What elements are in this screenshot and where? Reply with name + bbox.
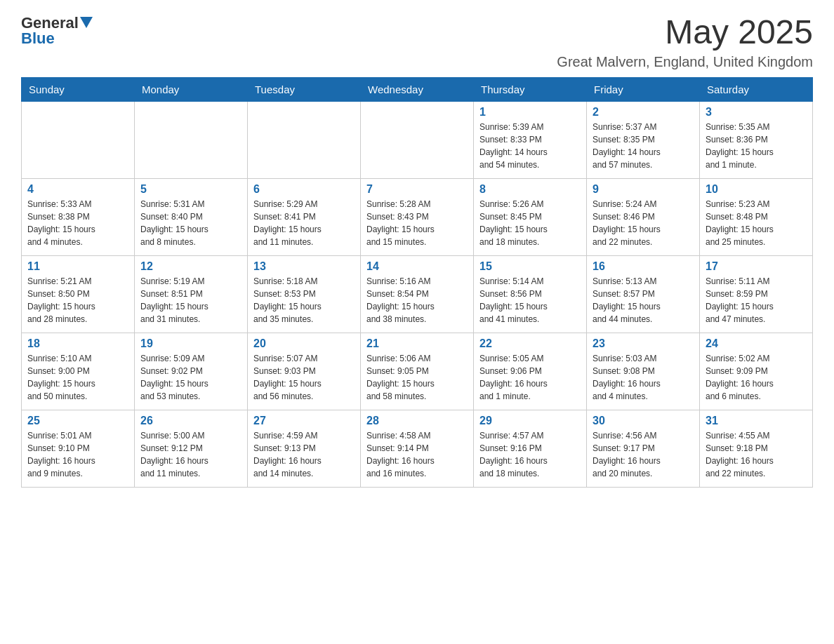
table-row: 11Sunrise: 5:21 AM Sunset: 8:50 PM Dayli…: [22, 255, 135, 333]
logo: General Blue: [21, 14, 93, 48]
header-saturday: Saturday: [700, 77, 813, 101]
day-number: 13: [253, 260, 355, 273]
table-row: 22Sunrise: 5:05 AM Sunset: 9:06 PM Dayli…: [474, 333, 587, 410]
table-row: 3Sunrise: 5:35 AM Sunset: 8:36 PM Daylig…: [700, 101, 813, 178]
day-info: Sunrise: 5:16 AM Sunset: 8:54 PM Dayligh…: [366, 275, 468, 326]
day-number: 14: [366, 260, 468, 273]
day-number: 29: [479, 415, 581, 427]
day-info: Sunrise: 5:23 AM Sunset: 8:48 PM Dayligh…: [706, 198, 807, 248]
table-row: 1Sunrise: 5:39 AM Sunset: 8:33 PM Daylig…: [474, 101, 587, 178]
day-number: 9: [593, 183, 694, 196]
day-number: 11: [27, 260, 128, 273]
table-row: 16Sunrise: 5:13 AM Sunset: 8:57 PM Dayli…: [587, 255, 700, 333]
header-tuesday: Tuesday: [248, 77, 361, 101]
day-info: Sunrise: 5:29 AM Sunset: 8:41 PM Dayligh…: [253, 198, 355, 248]
svg-marker-0: [80, 17, 93, 28]
day-number: 24: [706, 337, 807, 350]
day-info: Sunrise: 5:37 AM Sunset: 8:35 PM Dayligh…: [593, 121, 694, 171]
day-number: 2: [593, 106, 694, 119]
table-row: 10Sunrise: 5:23 AM Sunset: 8:48 PM Dayli…: [700, 178, 813, 255]
calendar-row: 25Sunrise: 5:01 AM Sunset: 9:10 PM Dayli…: [22, 410, 813, 487]
calendar-header-row: Sunday Monday Tuesday Wednesday Thursday…: [22, 77, 813, 101]
header-monday: Monday: [135, 77, 248, 101]
table-row: 21Sunrise: 5:06 AM Sunset: 9:05 PM Dayli…: [361, 333, 474, 410]
day-info: Sunrise: 5:01 AM Sunset: 9:10 PM Dayligh…: [27, 429, 128, 480]
day-info: Sunrise: 5:24 AM Sunset: 8:46 PM Dayligh…: [593, 198, 694, 248]
day-info: Sunrise: 4:58 AM Sunset: 9:14 PM Dayligh…: [366, 429, 468, 480]
day-info: Sunrise: 5:14 AM Sunset: 8:56 PM Dayligh…: [479, 275, 581, 326]
title-section: May 2025 Great Malvern, England, United …: [557, 14, 813, 70]
table-row: 8Sunrise: 5:26 AM Sunset: 8:45 PM Daylig…: [474, 178, 587, 255]
table-row: [248, 101, 361, 178]
day-info: Sunrise: 5:31 AM Sunset: 8:40 PM Dayligh…: [140, 198, 241, 248]
table-row: 30Sunrise: 4:56 AM Sunset: 9:17 PM Dayli…: [587, 410, 700, 487]
header-wednesday: Wednesday: [361, 77, 474, 101]
calendar-row: 1Sunrise: 5:39 AM Sunset: 8:33 PM Daylig…: [22, 101, 813, 178]
location-title: Great Malvern, England, United Kingdom: [557, 54, 813, 70]
table-row: 25Sunrise: 5:01 AM Sunset: 9:10 PM Dayli…: [22, 410, 135, 487]
day-info: Sunrise: 5:35 AM Sunset: 8:36 PM Dayligh…: [706, 121, 807, 171]
day-number: 8: [479, 183, 581, 196]
day-info: Sunrise: 5:09 AM Sunset: 9:02 PM Dayligh…: [140, 352, 241, 403]
day-number: 23: [593, 337, 694, 350]
day-number: 19: [140, 337, 241, 350]
table-row: 19Sunrise: 5:09 AM Sunset: 9:02 PM Dayli…: [135, 333, 248, 410]
table-row: 12Sunrise: 5:19 AM Sunset: 8:51 PM Dayli…: [135, 255, 248, 333]
day-info: Sunrise: 5:05 AM Sunset: 9:06 PM Dayligh…: [479, 352, 581, 403]
table-row: 5Sunrise: 5:31 AM Sunset: 8:40 PM Daylig…: [135, 178, 248, 255]
day-number: 21: [366, 337, 468, 350]
table-row: 23Sunrise: 5:03 AM Sunset: 9:08 PM Dayli…: [587, 333, 700, 410]
day-info: Sunrise: 4:57 AM Sunset: 9:16 PM Dayligh…: [479, 429, 581, 480]
table-row: 29Sunrise: 4:57 AM Sunset: 9:16 PM Dayli…: [474, 410, 587, 487]
day-number: 31: [706, 415, 807, 427]
logo-text-blue: Blue: [21, 29, 55, 48]
table-row: 15Sunrise: 5:14 AM Sunset: 8:56 PM Dayli…: [474, 255, 587, 333]
table-row: 14Sunrise: 5:16 AM Sunset: 8:54 PM Dayli…: [361, 255, 474, 333]
header-sunday: Sunday: [22, 77, 135, 101]
day-info: Sunrise: 4:59 AM Sunset: 9:13 PM Dayligh…: [253, 429, 355, 480]
table-row: 28Sunrise: 4:58 AM Sunset: 9:14 PM Dayli…: [361, 410, 474, 487]
day-info: Sunrise: 5:13 AM Sunset: 8:57 PM Dayligh…: [593, 275, 694, 326]
day-info: Sunrise: 5:02 AM Sunset: 9:09 PM Dayligh…: [706, 352, 807, 403]
day-info: Sunrise: 5:00 AM Sunset: 9:12 PM Dayligh…: [140, 429, 241, 480]
table-row: 4Sunrise: 5:33 AM Sunset: 8:38 PM Daylig…: [22, 178, 135, 255]
day-info: Sunrise: 5:03 AM Sunset: 9:08 PM Dayligh…: [593, 352, 694, 403]
table-row: [135, 101, 248, 178]
day-number: 25: [27, 415, 128, 427]
day-number: 12: [140, 260, 241, 273]
day-info: Sunrise: 5:07 AM Sunset: 9:03 PM Dayligh…: [253, 352, 355, 403]
day-info: Sunrise: 5:18 AM Sunset: 8:53 PM Dayligh…: [253, 275, 355, 326]
day-number: 1: [479, 106, 581, 119]
day-info: Sunrise: 5:39 AM Sunset: 8:33 PM Dayligh…: [479, 121, 581, 171]
day-number: 26: [140, 415, 241, 427]
calendar-row: 11Sunrise: 5:21 AM Sunset: 8:50 PM Dayli…: [22, 255, 813, 333]
table-row: 31Sunrise: 4:55 AM Sunset: 9:18 PM Dayli…: [700, 410, 813, 487]
table-row: [361, 101, 474, 178]
table-row: 26Sunrise: 5:00 AM Sunset: 9:12 PM Dayli…: [135, 410, 248, 487]
table-row: 20Sunrise: 5:07 AM Sunset: 9:03 PM Dayli…: [248, 333, 361, 410]
day-number: 27: [253, 415, 355, 427]
table-row: 13Sunrise: 5:18 AM Sunset: 8:53 PM Dayli…: [248, 255, 361, 333]
page-header: General Blue May 2025 Great Malvern, Eng…: [21, 14, 813, 70]
day-number: 28: [366, 415, 468, 427]
table-row: 2Sunrise: 5:37 AM Sunset: 8:35 PM Daylig…: [587, 101, 700, 178]
day-info: Sunrise: 5:06 AM Sunset: 9:05 PM Dayligh…: [366, 352, 468, 403]
day-info: Sunrise: 5:21 AM Sunset: 8:50 PM Dayligh…: [27, 275, 128, 326]
day-number: 17: [706, 260, 807, 273]
day-number: 16: [593, 260, 694, 273]
day-info: Sunrise: 5:26 AM Sunset: 8:45 PM Dayligh…: [479, 198, 581, 248]
header-thursday: Thursday: [474, 77, 587, 101]
day-number: 20: [253, 337, 355, 350]
day-number: 22: [479, 337, 581, 350]
day-info: Sunrise: 5:33 AM Sunset: 8:38 PM Dayligh…: [27, 198, 128, 248]
table-row: 24Sunrise: 5:02 AM Sunset: 9:09 PM Dayli…: [700, 333, 813, 410]
day-info: Sunrise: 4:55 AM Sunset: 9:18 PM Dayligh…: [706, 429, 807, 480]
day-number: 30: [593, 415, 694, 427]
table-row: 6Sunrise: 5:29 AM Sunset: 8:41 PM Daylig…: [248, 178, 361, 255]
day-info: Sunrise: 5:10 AM Sunset: 9:00 PM Dayligh…: [27, 352, 128, 403]
day-number: 5: [140, 183, 241, 196]
day-info: Sunrise: 4:56 AM Sunset: 9:17 PM Dayligh…: [593, 429, 694, 480]
month-title: May 2025: [557, 14, 813, 51]
calendar-table: Sunday Monday Tuesday Wednesday Thursday…: [21, 77, 813, 488]
day-number: 4: [27, 183, 128, 196]
